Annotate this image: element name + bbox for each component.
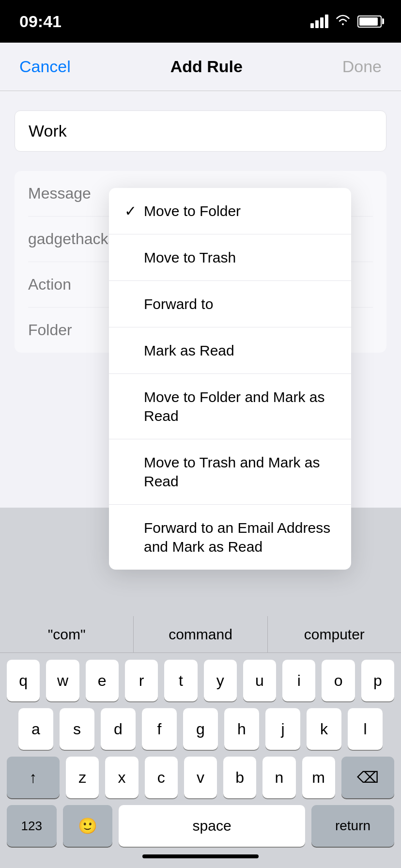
keyboard-suggestions: "com" command computer	[0, 616, 401, 653]
keyboard-row-3: ↑ z x c v b n m ⌫	[7, 757, 394, 798]
no-checkmark: ✓	[124, 248, 144, 267]
action-dropdown: ✓ Move to Folder ✓ Move to Trash ✓ Forwa…	[109, 188, 351, 570]
keyboard-bottom-row: 123 🙂 space return	[7, 805, 394, 847]
keyboard-row-2: a s d f g h j k l	[18, 708, 383, 750]
content-area: Work Message gadgethacks- Action Folder …	[0, 91, 401, 508]
dropdown-item-mark-read[interactable]: ✓ Mark as Read	[109, 327, 351, 374]
home-bar-area	[0, 847, 401, 868]
dropdown-item-label: Mark as Read	[144, 341, 336, 360]
dropdown-item-label: Move to Folder	[144, 202, 336, 220]
cancel-button[interactable]: Cancel	[19, 57, 71, 76]
key-n[interactable]: n	[262, 757, 295, 798]
key-y[interactable]: y	[204, 660, 237, 701]
no-checkmark: ✓	[124, 463, 144, 481]
dropdown-item-label: Move to Trash and Mark as Read	[144, 453, 336, 491]
time-display: 09:41	[19, 12, 62, 31]
key-z[interactable]: z	[66, 757, 99, 798]
form-label-folder: Folder	[28, 321, 72, 339]
key-i[interactable]: i	[282, 660, 315, 701]
no-checkmark: ✓	[124, 294, 144, 313]
dropdown-item-label: Forward to	[144, 294, 336, 313]
suggestion-text: computer	[304, 626, 365, 643]
dropdown-item-move-trash[interactable]: ✓ Move to Trash	[109, 234, 351, 281]
home-bar	[142, 854, 259, 858]
wifi-icon	[335, 14, 351, 30]
no-checkmark: ✓	[124, 528, 144, 547]
form-label-action: Action	[28, 276, 71, 294]
emoji-key[interactable]: 🙂	[63, 805, 113, 847]
key-d[interactable]: d	[101, 708, 136, 750]
key-h[interactable]: h	[224, 708, 259, 750]
keyboard: "com" command computer q w e r t y u i o…	[0, 611, 401, 868]
dropdown-item-label: Move to Trash	[144, 248, 336, 267]
suggestion-com[interactable]: "com"	[0, 616, 134, 652]
suggestion-computer[interactable]: computer	[268, 616, 401, 652]
key-t[interactable]: t	[164, 660, 197, 701]
checkmark-icon: ✓	[124, 202, 144, 220]
key-e[interactable]: e	[86, 660, 119, 701]
suggestion-text: "com"	[48, 626, 86, 643]
dropdown-item-move-folder[interactable]: ✓ Move to Folder	[109, 188, 351, 234]
dropdown-item-move-folder-mark-read[interactable]: ✓ Move to Folder and Mark as Read	[109, 374, 351, 439]
dropdown-item-forward-email-mark-read[interactable]: ✓ Forward to an Email Address and Mark a…	[109, 505, 351, 570]
key-m[interactable]: m	[302, 757, 335, 798]
status-bar: 09:41	[0, 0, 401, 43]
key-x[interactable]: x	[105, 757, 138, 798]
nav-bar: Cancel Add Rule Done	[0, 43, 401, 91]
no-checkmark: ✓	[124, 341, 144, 360]
numbers-key[interactable]: 123	[7, 805, 57, 847]
no-checkmark: ✓	[124, 397, 144, 416]
space-key[interactable]: space	[119, 805, 305, 847]
suggestion-text: command	[169, 626, 232, 643]
battery-icon	[357, 16, 382, 28]
key-k[interactable]: k	[307, 708, 341, 750]
key-a[interactable]: a	[18, 708, 53, 750]
key-w[interactable]: w	[46, 660, 79, 701]
status-icons	[310, 14, 382, 30]
form-label-message: Message	[28, 185, 91, 202]
dropdown-item-label: Move to Folder and Mark as Read	[144, 388, 336, 425]
key-q[interactable]: q	[7, 660, 40, 701]
page-title: Add Rule	[170, 57, 243, 76]
form-label-sender: gadgethacks-	[28, 230, 121, 248]
key-g[interactable]: g	[183, 708, 218, 750]
keyboard-row-1: q w e r t y u i o p	[7, 660, 394, 701]
key-p[interactable]: p	[361, 660, 394, 701]
dropdown-item-label: Forward to an Email Address and Mark as …	[144, 518, 336, 556]
key-u[interactable]: u	[243, 660, 276, 701]
suggestion-command[interactable]: command	[134, 616, 267, 652]
signal-icon	[310, 15, 328, 28]
dropdown-item-forward[interactable]: ✓ Forward to	[109, 281, 351, 327]
key-s[interactable]: s	[60, 708, 94, 750]
return-key[interactable]: return	[311, 805, 394, 847]
key-b[interactable]: b	[223, 757, 256, 798]
key-f[interactable]: f	[142, 708, 177, 750]
key-c[interactable]: c	[145, 757, 178, 798]
shift-key[interactable]: ↑	[7, 757, 60, 798]
rule-name-input[interactable]: Work	[15, 110, 386, 152]
key-j[interactable]: j	[265, 708, 300, 750]
key-o[interactable]: o	[322, 660, 355, 701]
key-v[interactable]: v	[184, 757, 217, 798]
done-button[interactable]: Done	[342, 57, 382, 76]
key-l[interactable]: l	[348, 708, 383, 750]
dropdown-item-move-trash-mark-read[interactable]: ✓ Move to Trash and Mark as Read	[109, 439, 351, 505]
delete-key[interactable]: ⌫	[341, 757, 394, 798]
key-r[interactable]: r	[125, 660, 158, 701]
